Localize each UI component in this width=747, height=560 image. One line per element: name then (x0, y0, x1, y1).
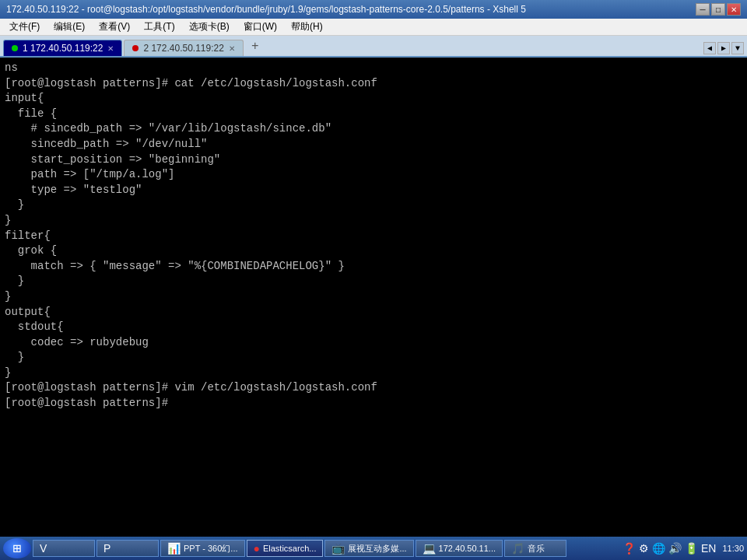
taskbar-right: ❓ ⚙ 🌐 🔊 🔋 EN 11:30 (622, 542, 744, 555)
taskbar-ppt-icon: 📊 (167, 542, 181, 555)
terminal-line: } (5, 213, 742, 229)
tray-settings-icon[interactable]: ⚙ (639, 542, 649, 555)
terminal-line: [root@logstash patterns]# vim /etc/logst… (5, 380, 742, 396)
menu-tabs[interactable]: 选项卡(B) (183, 19, 236, 35)
tab-1-label: 1 172.40.50.119:22 (23, 43, 103, 54)
taskbar-elastic-label: Elasticsarch... (263, 544, 316, 553)
close-button[interactable]: ✕ (727, 3, 741, 16)
terminal-line: output{ (5, 305, 742, 320)
tab-nav-prev[interactable]: ◀ (703, 42, 716, 54)
taskbar-item-music[interactable]: 🎵 音乐 (504, 540, 566, 557)
taskbar-item-ssh[interactable]: 💻 172.40.50.11... (416, 540, 503, 557)
minimize-button[interactable]: ─ (696, 3, 710, 16)
taskbar-item-zhanshi[interactable]: 📺 展视互动多媒... (324, 540, 413, 557)
terminal-line: start_position => "beginning" (5, 152, 742, 168)
terminal-line: file { (5, 107, 742, 122)
menu-view[interactable]: 查看(V) (93, 19, 136, 35)
terminal-line: path => ["/tmp/a.log"] (5, 167, 742, 183)
terminal-line: type => "testlog" (5, 183, 742, 198)
tab-add-button[interactable]: + (245, 37, 265, 56)
tab-1-status-dot (12, 45, 18, 51)
tab-2-status-dot (132, 45, 139, 51)
terminal-line: match => { "message" => "%{COMBINEDAPACH… (5, 259, 742, 275)
tray-battery-icon[interactable]: 🔋 (685, 542, 698, 555)
terminal-line: } (5, 366, 742, 381)
tray-ime-icon[interactable]: EN (701, 542, 716, 555)
taskbar-item-v[interactable]: V (33, 540, 95, 557)
tab-nav: ◀ ▶ ▼ (703, 42, 744, 56)
taskbar-item-p[interactable]: P (96, 540, 159, 557)
taskbar-item-elastic[interactable]: ● Elasticsarch... (247, 540, 324, 557)
tab-1[interactable]: 1 172.40.50.119:22 ✕ (3, 40, 122, 56)
tabbar: 1 172.40.50.119:22 ✕ 2 172.40.50.119:22 … (0, 36, 747, 58)
taskbar: ⊞ V P 📊 PPT - 360幻... ● Elasticsarch... … (0, 537, 747, 560)
tab-nav-next[interactable]: ▶ (717, 42, 730, 54)
taskbar-music-icon: 🎵 (511, 542, 524, 555)
taskbar-zhanshi-label: 展视互动多媒... (348, 543, 406, 555)
titlebar: 172.40.50.119:22 - root@logstash:/opt/lo… (0, 0, 747, 19)
tab-1-close[interactable]: ✕ (107, 44, 114, 53)
tray-sound-icon[interactable]: 🔊 (668, 542, 682, 555)
terminal-line: } (5, 289, 742, 305)
terminal-prompt: [root@logstash patterns]# (5, 396, 742, 411)
taskbar-ssh-icon: 💻 (423, 542, 436, 555)
taskbar-zhanshi-icon: 📺 (331, 542, 345, 555)
taskbar-music-label: 音乐 (528, 543, 545, 555)
terminal-line: # sincedb_path => "/var/lib/logstash/sin… (5, 121, 742, 137)
taskbar-p-icon: P (103, 542, 110, 555)
menu-help[interactable]: 帮助(H) (285, 19, 329, 35)
maximize-button[interactable]: □ (711, 3, 725, 16)
tray-question-icon[interactable]: ❓ (622, 542, 636, 555)
menu-tools[interactable]: 工具(T) (138, 19, 181, 35)
tab-2-close[interactable]: ✕ (229, 44, 235, 53)
terminal-line: ns (5, 61, 742, 76)
taskbar-item-ppt[interactable]: 📊 PPT - 360幻... (160, 540, 245, 557)
taskbar-v-icon: V (40, 542, 47, 555)
menu-file[interactable]: 文件(F) (3, 19, 46, 35)
terminal-line: filter{ (5, 229, 742, 244)
taskbar-ssh-label: 172.40.50.11... (439, 544, 496, 553)
terminal[interactable]: ns [root@logstash patterns]# cat /etc/lo… (0, 58, 747, 537)
terminal-line: } (5, 350, 742, 366)
tray-network-icon[interactable]: 🌐 (652, 542, 665, 555)
terminal-line: } (5, 198, 742, 213)
taskbar-elastic-icon: ● (254, 542, 260, 555)
start-button[interactable]: ⊞ (3, 538, 31, 558)
terminal-line: grok { (5, 243, 742, 259)
tab-2-label: 2 172.40.50.119:22 (143, 43, 223, 54)
taskbar-ppt-label: PPT - 360幻... (184, 543, 238, 555)
tray-clock: 11:30 (722, 544, 744, 553)
terminal-line: stdout{ (5, 320, 742, 335)
menu-window[interactable]: 窗口(W) (237, 19, 283, 35)
terminal-line: [root@logstash patterns]# cat /etc/logst… (5, 76, 742, 92)
tab-2[interactable]: 2 172.40.50.119:22 ✕ (124, 40, 243, 56)
terminal-line: codec => rubydebug (5, 335, 742, 351)
menu-edit[interactable]: 编辑(E) (47, 19, 91, 35)
tab-nav-dropdown[interactable]: ▼ (731, 42, 744, 54)
titlebar-title: 172.40.50.119:22 - root@logstash:/opt/lo… (6, 4, 526, 15)
terminal-line: } (5, 274, 742, 289)
titlebar-controls: ─ □ ✕ (696, 3, 741, 16)
terminal-line: input{ (5, 91, 742, 107)
menubar: 文件(F) 编辑(E) 查看(V) 工具(T) 选项卡(B) 窗口(W) 帮助(… (0, 19, 747, 36)
terminal-line: sincedb_path => "/dev/null" (5, 137, 742, 152)
